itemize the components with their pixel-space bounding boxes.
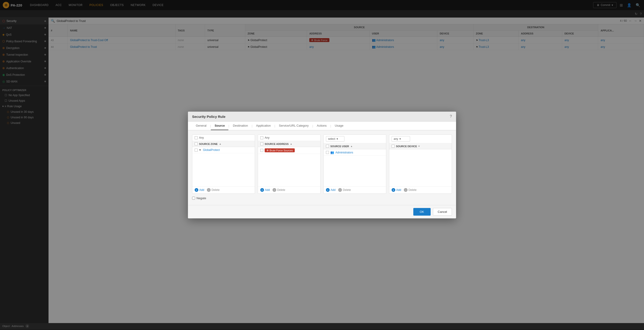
source-device-title: SOURCE DEVICE xyxy=(396,145,417,148)
source-zone-add-btn[interactable]: + Add xyxy=(195,188,204,192)
user-group-icon: 👥 xyxy=(330,151,334,154)
negate-label: Negate xyxy=(196,196,206,200)
badge-plus-icon: ⊕ xyxy=(266,149,268,152)
source-address-item-checkbox[interactable] xyxy=(260,149,263,152)
source-zone-any-checkbox[interactable] xyxy=(195,136,198,139)
del-circle-icon: − xyxy=(338,188,342,192)
source-user-add-btn[interactable]: + Add xyxy=(326,188,336,192)
sort-desc-icon: ▾ xyxy=(418,145,420,148)
del-circle-icon: − xyxy=(207,188,210,192)
modal-title: Security Policy Rule xyxy=(192,114,226,118)
source-user-select[interactable]: select ▾ xyxy=(326,136,344,142)
source-address-footer: + Add − Delete xyxy=(258,186,320,194)
source-address-delete-btn[interactable]: − Delete xyxy=(272,188,285,192)
source-address-item: ⊕ Brute Force Sources xyxy=(258,147,320,154)
zone-flag-icon: ⚑ xyxy=(199,149,201,151)
source-zone-item-checkbox[interactable] xyxy=(195,148,198,152)
add-circle-icon: + xyxy=(392,188,395,192)
source-user-header-checkbox[interactable] xyxy=(326,145,329,148)
del-circle-icon: − xyxy=(404,188,408,192)
sort-asc-icon: ▲ xyxy=(290,142,292,145)
tab-application[interactable]: Application xyxy=(252,122,274,130)
source-zone-footer: + Add − Delete xyxy=(192,186,255,194)
source-user-item-checkbox[interactable] xyxy=(326,151,329,154)
source-zone-item: ⚑ GlobalProtect xyxy=(192,147,255,153)
modal-header: Security Policy Rule ? xyxy=(188,112,456,122)
modal-tabs: General | Source | Destination | Applica… xyxy=(188,122,456,130)
source-user-footer: + Add − Delete xyxy=(324,186,386,194)
source-device-header-checkbox[interactable] xyxy=(392,145,394,148)
source-address-any-checkbox[interactable] xyxy=(260,136,263,139)
negate-row: Negate xyxy=(192,194,452,201)
source-address-any-label: Any xyxy=(265,136,270,139)
source-zone-any-label: Any xyxy=(199,136,204,139)
source-device-delete-btn[interactable]: − Delete xyxy=(404,188,416,192)
modal-footer: OK Cancel xyxy=(188,205,456,218)
source-user-delete-btn[interactable]: − Delete xyxy=(338,188,351,192)
source-address-panel: Any SOURCE ADDRESS ▲ ⊕ Brute Force Sourc… xyxy=(258,134,320,194)
source-device-footer: + Add − Delete xyxy=(389,186,452,194)
modal-overlay[interactable]: Security Policy Rule ? General | Source … xyxy=(0,0,644,330)
source-device-panel: any ▾ SOURCE DEVICE ▾ + Add xyxy=(389,134,452,194)
sort-asc-icon: ▲ xyxy=(219,142,222,145)
modal-help-icon[interactable]: ? xyxy=(450,114,452,118)
source-user-title: SOURCE USER xyxy=(330,145,349,148)
tab-general[interactable]: General xyxy=(192,122,210,130)
source-zone-title: SOURCE ZONE xyxy=(199,142,218,145)
source-user-panel: select ▾ SOURCE USER ▲ 👥 Administra xyxy=(324,134,386,194)
tab-service-url[interactable]: Service/URL Category xyxy=(275,122,312,130)
source-address-add-btn[interactable]: + Add xyxy=(260,188,270,192)
source-address-header: SOURCE ADDRESS ▲ xyxy=(258,141,320,147)
sort-asc-icon: ▲ xyxy=(350,145,353,148)
source-device-add-btn[interactable]: + Add xyxy=(392,188,401,192)
source-user-item-label[interactable]: Administrators xyxy=(336,151,353,154)
source-panels: Any SOURCE ZONE ▲ ⚑ GlobalProtect xyxy=(192,134,452,194)
source-device-header: SOURCE DEVICE ▾ xyxy=(389,143,452,149)
del-circle-icon: − xyxy=(272,188,276,192)
source-device-select[interactable]: any ▾ xyxy=(392,136,410,142)
source-user-item: 👥 Administrators xyxy=(324,149,386,156)
modal-body: Any SOURCE ZONE ▲ ⚑ GlobalProtect xyxy=(188,130,456,205)
add-circle-icon: + xyxy=(195,188,198,192)
source-user-body: 👥 Administrators xyxy=(324,149,386,186)
source-zone-any-row: Any xyxy=(192,135,255,141)
source-zone-body: ⚑ GlobalProtect xyxy=(192,147,255,186)
tab-actions[interactable]: Actions xyxy=(313,122,330,130)
source-zone-delete-btn[interactable]: − Delete xyxy=(207,188,220,192)
source-device-body xyxy=(389,149,452,186)
dropdown-arrow-icon: ▾ xyxy=(336,137,338,140)
dropdown-arrow-icon: ▾ xyxy=(400,137,401,140)
negate-checkbox[interactable] xyxy=(192,197,195,200)
source-zone-header-checkbox[interactable] xyxy=(195,142,198,145)
source-zone-header: SOURCE ZONE ▲ xyxy=(192,141,255,147)
source-zone-item-label[interactable]: GlobalProtect xyxy=(203,148,220,152)
tab-usage[interactable]: Usage xyxy=(331,122,347,130)
brute-force-badge: ⊕ Brute Force Sources xyxy=(265,148,295,152)
source-address-any-row: Any xyxy=(258,135,320,141)
add-circle-icon: + xyxy=(260,188,264,192)
source-user-any-row: select ▾ xyxy=(324,135,386,143)
tab-source[interactable]: Source xyxy=(211,122,228,130)
source-user-header: SOURCE USER ▲ xyxy=(324,143,386,149)
cancel-button[interactable]: Cancel xyxy=(433,208,452,216)
source-address-title: SOURCE ADDRESS xyxy=(265,142,289,145)
source-address-header-checkbox[interactable] xyxy=(260,142,263,145)
ok-button[interactable]: OK xyxy=(413,208,431,216)
source-device-any-row: any ▾ xyxy=(389,135,452,143)
source-address-body: ⊕ Brute Force Sources xyxy=(258,147,320,186)
security-policy-modal: Security Policy Rule ? General | Source … xyxy=(188,112,456,218)
add-circle-icon: + xyxy=(326,188,330,192)
source-zone-panel: Any SOURCE ZONE ▲ ⚑ GlobalProtect xyxy=(192,134,255,194)
tab-destination[interactable]: Destination xyxy=(229,122,252,130)
